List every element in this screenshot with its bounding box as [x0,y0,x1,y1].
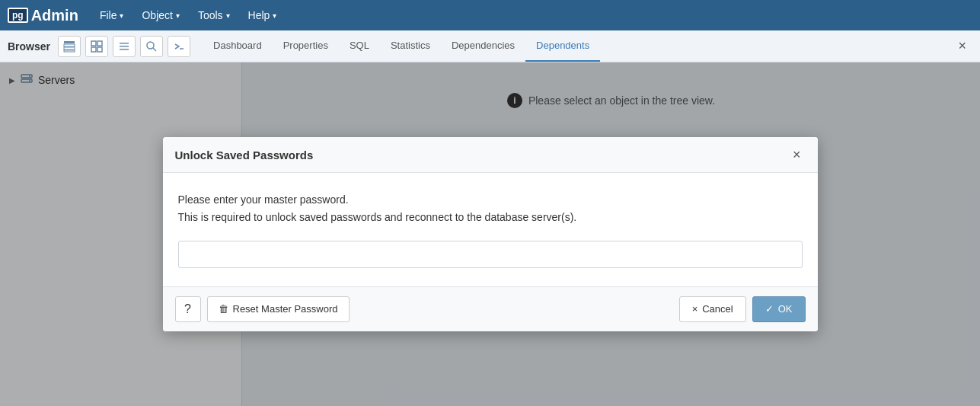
tab-sql[interactable]: SQL [339,30,380,62]
modal-footer: ? 🗑 Reset Master Password × Cancel ✓ OK [163,286,818,331]
modal-desc-line2: This is required to unlock saved passwor… [178,211,577,223]
modal-title: Unlock Saved Passwords [175,149,314,161]
reset-label: Reset Master Password [233,303,338,315]
toolbar-btn-details[interactable] [113,36,136,57]
logo-admin: Admin [31,7,78,24]
search-icon [145,40,158,53]
cancel-button[interactable]: × Cancel [679,296,746,322]
svg-point-11 [147,42,154,49]
table-icon [63,40,75,53]
toolbar-btn-search[interactable] [140,36,163,57]
top-nav-menu: File ▾ Object ▾ Tools ▾ Help ▾ [92,6,285,24]
tabs-container: Dashboard Properties SQL Statistics Depe… [203,30,947,62]
modal-header: Unlock Saved Passwords × [163,137,818,173]
modal-description: Please enter your master password. This … [178,191,803,225]
svg-rect-1 [64,44,75,46]
menu-help[interactable]: Help ▾ [241,6,285,24]
check-icon: ✓ [765,303,774,315]
trash-icon: 🗑 [219,303,228,315]
chevron-down-icon: ▾ [176,11,180,20]
svg-rect-9 [120,46,129,47]
master-password-input[interactable] [178,241,803,268]
chevron-down-icon: ▾ [226,11,230,20]
ok-label: OK [778,303,793,315]
chevron-down-icon: ▾ [273,11,276,20]
question-mark-icon: ? [184,302,191,316]
unlock-passwords-modal: Unlock Saved Passwords × Please enter yo… [163,137,818,331]
chevron-down-icon: ▾ [120,11,123,20]
menu-tools[interactable]: Tools ▾ [190,6,238,24]
logo-pg: pg [8,8,28,23]
svg-rect-2 [64,47,75,50]
ok-button[interactable]: ✓ OK [752,296,806,322]
modal-close-button[interactable]: × [788,146,806,163]
svg-rect-3 [64,50,75,52]
modal-body: Please enter your master password. This … [163,173,818,286]
grid-icon [91,40,103,53]
toolbar-btn-table[interactable] [58,36,81,57]
menu-file[interactable]: File ▾ [92,6,132,24]
details-icon [118,40,130,53]
app-logo: pg Admin [8,7,78,24]
menu-object[interactable]: Object ▾ [134,6,187,24]
modal-desc-line1: Please enter your master password. [178,193,349,206]
help-button[interactable]: ? [175,296,201,322]
svg-rect-6 [91,47,96,52]
cancel-icon: × [692,303,698,315]
tab-dashboard[interactable]: Dashboard [203,30,273,62]
top-navbar: pg Admin File ▾ Object ▾ Tools ▾ Help ▾ [0,0,980,30]
tab-dependents[interactable]: Dependents [525,30,600,62]
toolbar-btn-grid[interactable] [85,36,108,57]
cancel-label: Cancel [702,303,733,315]
modal-overlay: Unlock Saved Passwords × Please enter yo… [0,62,980,406]
tab-statistics[interactable]: Statistics [380,30,441,62]
main-area: ▶ Servers i Please select an object in t… [0,62,980,406]
svg-rect-0 [64,41,75,43]
svg-rect-5 [97,41,102,46]
reset-master-password-button[interactable]: 🗑 Reset Master Password [207,296,350,322]
svg-rect-7 [97,47,102,52]
svg-rect-8 [120,43,129,44]
svg-line-12 [153,48,156,51]
secondbar: Browser Dashboard Properties SQL Statist… [0,30,980,62]
tab-properties[interactable]: Properties [273,30,339,62]
toolbar-btn-terminal[interactable] [168,36,190,57]
tab-dependencies[interactable]: Dependencies [441,30,525,62]
terminal-icon [173,40,185,53]
svg-rect-4 [91,41,96,46]
panel-close-button[interactable]: × [952,35,972,57]
browser-label: Browser [8,40,50,53]
svg-rect-10 [120,49,129,50]
